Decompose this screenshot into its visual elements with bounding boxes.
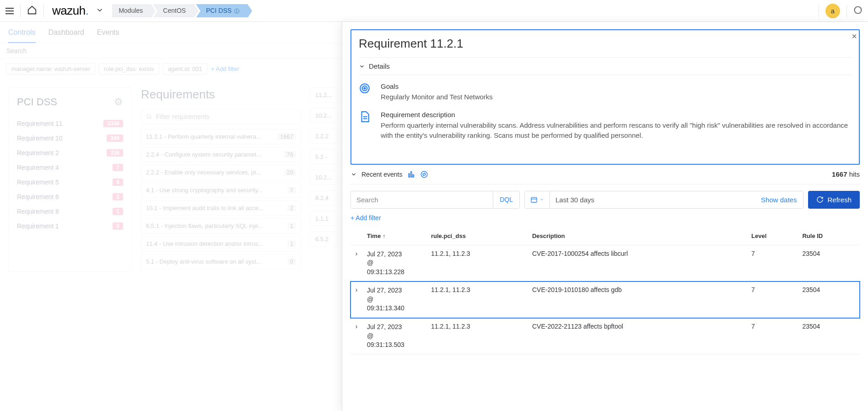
- filter-pill[interactable]: rule.pci_dss: exists: [99, 63, 159, 75]
- svg-point-1: [147, 114, 151, 118]
- cell-desc: CVE-2019-1010180 affects gdb: [528, 281, 747, 318]
- gear-icon[interactable]: ⚙: [114, 96, 123, 108]
- cell-ruleid[interactable]: 23504: [798, 245, 860, 281]
- cell-rule: 11.2.1, 11.2.3: [426, 281, 528, 318]
- dashboard-link-icon[interactable]: [407, 170, 415, 178]
- sub-requirement-row[interactable]: 10.2...: [310, 170, 338, 185]
- requirement-row[interactable]: 6.5.1 - Injection flaws, particularly SQ…: [141, 218, 301, 233]
- date-range-box: Last 30 days Show dates: [524, 191, 803, 209]
- home-icon[interactable]: [27, 5, 37, 16]
- breadcrumb-modules[interactable]: Modules: [112, 4, 151, 17]
- tab-controls[interactable]: Controls: [8, 28, 36, 43]
- events-search-box: Search DQL: [350, 191, 520, 209]
- details-highlight: × Requirement 11.2.1 Details Goals Regul…: [350, 29, 860, 165]
- events-table: Time↑ rule.pci_dss Description Level Rul…: [350, 227, 860, 355]
- requirements-sidebar: PCI DSS⚙ Requirement 113346Requirement 1…: [8, 87, 132, 272]
- sub-requirement-row[interactable]: 6.5.2: [310, 232, 338, 247]
- breadcrumb-pcidss[interactable]: PCI DSS ⓘ: [196, 4, 248, 17]
- hits-count: 1667 hits: [832, 170, 860, 178]
- cell-desc: CVE-2022-21123 affects bpftool: [528, 318, 747, 355]
- events-search-input[interactable]: Search: [351, 191, 493, 208]
- requirement-row[interactable]: 10.1 - Implement audit trails to link al…: [141, 200, 301, 216]
- recent-events-header[interactable]: Recent events 1667 hits: [350, 165, 860, 184]
- avatar[interactable]: a: [825, 4, 840, 18]
- help-icon[interactable]: [853, 5, 863, 16]
- sidebar-item[interactable]: Requirement 113346: [17, 116, 123, 131]
- expand-row-icon[interactable]: ›: [350, 245, 362, 281]
- sidebar-item[interactable]: Requirement 81: [17, 204, 123, 219]
- table-row[interactable]: › Jul 27, 2023@09:31:13.340 11.2.1, 11.2…: [350, 281, 860, 318]
- requirement-row[interactable]: 11.2.1 - Perform quarterly internal vuln…: [141, 129, 301, 144]
- sub-requirement-row[interactable]: 8.2.4: [310, 190, 338, 206]
- events-add-filter[interactable]: + Add filter: [350, 212, 860, 227]
- details-label: Details: [369, 62, 390, 70]
- requirement-row[interactable]: 4.1 - Use strong cryptography and securi…: [141, 183, 301, 198]
- requirement-row[interactable]: 2.2.4 - Configure system security parame…: [141, 147, 301, 162]
- chevron-down-icon: [359, 63, 365, 70]
- svg-marker-12: [423, 173, 426, 176]
- table-row[interactable]: › Jul 27, 2023@09:31:13.503 11.2.1, 11.2…: [350, 318, 860, 355]
- tab-dashboard[interactable]: Dashboard: [49, 28, 84, 43]
- sub-requirement-row[interactable]: 2.2.2: [310, 129, 338, 144]
- sub-column: 11.2...10.2...2.2.25.2 -10.2...8.2.41.1.…: [310, 87, 338, 272]
- cell-time: Jul 27, 2023@09:31:13.228: [362, 245, 426, 281]
- cell-level: 7: [747, 318, 798, 355]
- filter-pill[interactable]: manager.name: wazuh-server: [6, 63, 95, 75]
- requirement-flyout: × Requirement 11.2.1 Details Goals Regul…: [342, 22, 868, 411]
- filter-requirements-input[interactable]: Filter requirements: [141, 109, 301, 124]
- goals-label: Goals: [381, 82, 493, 90]
- refresh-button[interactable]: Refresh: [808, 191, 860, 209]
- close-icon[interactable]: ×: [852, 31, 857, 42]
- sidebar-item[interactable]: Requirement 10: [17, 219, 123, 233]
- cell-time: Jul 27, 2023@09:31:13.340: [362, 281, 426, 318]
- sidebar-item[interactable]: Requirement 63: [17, 189, 123, 204]
- recent-events-label: Recent events: [361, 171, 403, 178]
- sidebar-item[interactable]: Requirement 10349: [17, 131, 123, 146]
- cell-ruleid[interactable]: 23504: [798, 281, 860, 318]
- svg-rect-13: [531, 197, 537, 202]
- dql-button[interactable]: DQL: [493, 191, 519, 208]
- cell-rule: 11.2.1, 11.2.3: [426, 245, 528, 281]
- requirement-row[interactable]: 5.1 - Deploy anti-virus software on all …: [141, 254, 301, 269]
- col-desc[interactable]: Description: [528, 227, 747, 245]
- filter-pill[interactable]: agent.id: 001: [163, 63, 207, 75]
- col-ruleid[interactable]: Rule ID: [798, 227, 860, 245]
- cell-level: 7: [747, 245, 798, 281]
- expand-row-icon[interactable]: ›: [350, 281, 362, 318]
- expand-row-icon[interactable]: ›: [350, 318, 362, 355]
- col-rule[interactable]: rule.pci_dss: [426, 227, 528, 245]
- svg-point-0: [855, 7, 862, 14]
- cell-ruleid[interactable]: 23504: [798, 318, 860, 355]
- sub-requirement-row[interactable]: 11.2...: [310, 87, 338, 103]
- sub-requirement-row[interactable]: 5.2 -: [310, 149, 338, 164]
- sidebar-item[interactable]: Requirement 47: [17, 160, 123, 175]
- req-desc-value: Perform quarterly internal vulnerability…: [381, 120, 852, 141]
- date-range[interactable]: Last 30 days: [550, 191, 755, 208]
- document-icon: [359, 111, 372, 124]
- requirement-row[interactable]: 2.2.2 - Enable only necessary services, …: [141, 165, 301, 180]
- cell-time: Jul 27, 2023@09:31:13.503: [362, 318, 426, 355]
- sort-asc-icon: ↑: [383, 233, 385, 239]
- show-dates-link[interactable]: Show dates: [755, 191, 803, 208]
- breadcrumb-agent[interactable]: CentOS: [153, 4, 194, 17]
- sub-requirement-row[interactable]: 1.1.1: [310, 211, 338, 226]
- top-bar: wazuh. Modules CentOS PCI DSS ⓘ a: [0, 0, 868, 22]
- calendar-icon[interactable]: [525, 191, 550, 208]
- chevron-down-icon: [539, 197, 544, 202]
- brand-logo: wazuh.: [52, 4, 88, 18]
- sidebar-item[interactable]: Requirement 56: [17, 175, 123, 189]
- col-time[interactable]: Time↑: [362, 227, 426, 245]
- sidebar-item[interactable]: Requirement 2336: [17, 146, 123, 160]
- hamburger-menu[interactable]: [5, 7, 14, 15]
- col-level[interactable]: Level: [747, 227, 798, 245]
- tab-events[interactable]: Events: [97, 28, 119, 43]
- add-filter-link[interactable]: + Add filter: [211, 65, 239, 72]
- explore-link-icon[interactable]: [420, 170, 428, 178]
- info-icon: ⓘ: [234, 8, 239, 14]
- details-accordion[interactable]: Details: [359, 57, 852, 75]
- table-row[interactable]: › Jul 27, 2023@09:31:13.228 11.2.1, 11.2…: [350, 245, 860, 281]
- sub-requirement-row[interactable]: 10.2...: [310, 108, 338, 123]
- requirement-row[interactable]: 11.4 - Use intrusion detection and/or in…: [141, 236, 301, 251]
- svg-rect-10: [413, 174, 414, 177]
- chevron-down-icon[interactable]: [96, 6, 104, 16]
